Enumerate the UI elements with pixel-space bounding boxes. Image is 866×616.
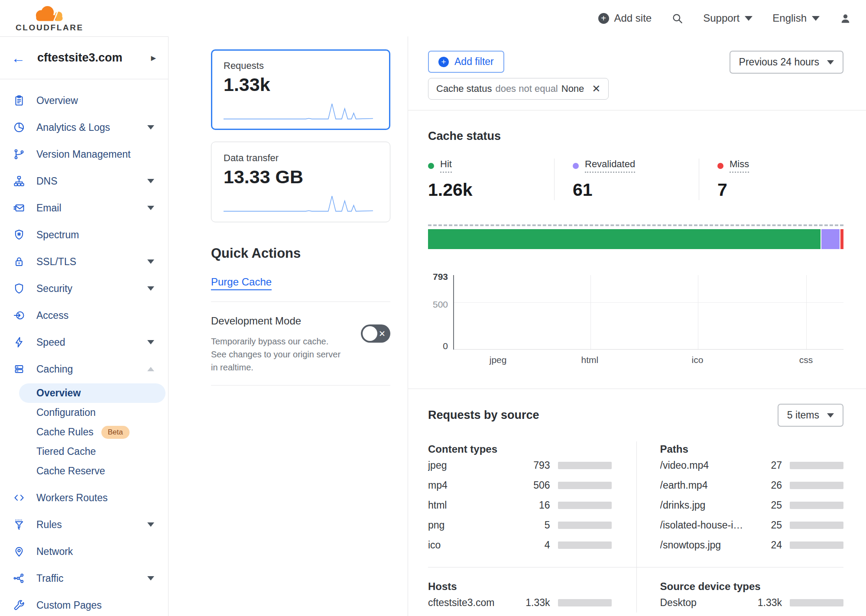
sidebar-item-label: SSL/TLS — [36, 256, 136, 268]
sidebar-item-traffic[interactable]: Traffic — [0, 565, 168, 592]
row-value: 506 — [516, 480, 550, 491]
search-icon[interactable] — [671, 13, 683, 24]
sidebar-subitem-tiered-cache[interactable]: Tiered Cache — [19, 442, 165, 461]
data-transfer-sparkline — [224, 193, 373, 214]
row-value: 1.33k — [747, 597, 782, 609]
hit-dot-icon — [428, 163, 434, 169]
sidebar-subitem-cache-reserve[interactable]: Cache Reserve — [19, 461, 165, 481]
analytics-panel: + Add filter Cache status does not equal… — [408, 36, 866, 616]
row-bar — [558, 502, 612, 509]
chart-gridline — [806, 275, 807, 350]
requests-value: 1.33k — [224, 74, 378, 95]
sidebar-item-security[interactable]: Security — [0, 275, 168, 302]
paths-title: Paths — [660, 443, 844, 455]
row-value: 16 — [516, 499, 550, 511]
subitem-label: Overview — [36, 387, 81, 399]
sidebar-item-speed[interactable]: Speed — [0, 329, 168, 356]
cache-status-filter-chip[interactable]: Cache status does not equal None ✕ — [428, 78, 609, 100]
sidebar-item-caching[interactable]: Caching — [0, 356, 168, 383]
sidebar-item-label: Security — [36, 283, 136, 295]
row-label: cftestsite3.com — [428, 597, 516, 609]
dashed-reference-line — [428, 224, 843, 226]
development-mode-section: Development Mode Temporarily bypass our … — [211, 315, 390, 374]
content-types-title: Content types — [428, 443, 612, 455]
source-device-types-title: Source device types — [660, 580, 844, 593]
sidebar-item-label: Traffic — [36, 573, 136, 584]
clipboard-icon — [13, 94, 25, 107]
add-site-label: Add site — [614, 12, 652, 24]
paths-table: Paths /video.mp4 27 /earth.mp4 26 /drink… — [636, 443, 844, 555]
cloudflare-logo[interactable]: CLOUDFLARE — [10, 4, 84, 32]
sidebar-item-rules[interactable]: Rules — [0, 511, 168, 538]
sidebar-item-overview[interactable]: Overview — [0, 87, 168, 114]
sidebar-item-email[interactable]: Email — [0, 195, 168, 221]
row-value: 25 — [747, 519, 782, 531]
sidebar-item-ssl-tls[interactable]: SSL/TLS — [0, 248, 168, 275]
row-label: /video.mp4 — [660, 460, 748, 471]
metric-label: Requests — [224, 60, 378, 71]
requests-by-source-title: Requests by source — [428, 409, 539, 422]
data-transfer-metric-card[interactable]: Data transfer 13.33 GB — [211, 142, 390, 222]
language-menu[interactable]: English — [772, 12, 820, 24]
sidebar-subitem-cache-rules[interactable]: Cache Rules Beta — [19, 422, 165, 442]
time-range-select[interactable]: Previous 24 hours — [730, 51, 843, 74]
row-label: Desktop — [660, 597, 748, 609]
sidebar-item-label: Spectrum — [36, 229, 154, 241]
table-row: ico 4 — [428, 535, 612, 555]
row-label: html — [428, 499, 516, 511]
sidebar-item-network[interactable]: Network — [0, 538, 168, 565]
add-filter-label: Add filter — [454, 56, 494, 68]
site-header: ← cftestsite3.com ▶ — [0, 37, 168, 79]
chevron-up-icon — [147, 367, 154, 371]
back-arrow-icon[interactable]: ← — [11, 51, 25, 65]
sidebar: ← cftestsite3.com ▶ Overview Analytics &… — [0, 36, 169, 616]
sidebar-item-workers-routes[interactable]: Workers Routes — [0, 484, 168, 511]
filter-value: None — [561, 83, 584, 94]
sidebar-item-dns[interactable]: DNS — [0, 168, 168, 195]
dev-mode-description: Temporarily bypass our cache. See change… — [211, 335, 345, 374]
sidebar-item-label: Workers Routes — [36, 492, 154, 504]
sidebar-item-label: Custom Pages — [36, 600, 154, 611]
add-filter-button[interactable]: + Add filter — [428, 51, 504, 73]
row-label: /snowtops.jpg — [660, 539, 748, 551]
row-value: 5 — [516, 519, 550, 531]
chevron-down-icon — [147, 340, 154, 344]
sidebar-item-label: Access — [36, 310, 154, 321]
revalidated-value: 61 — [573, 180, 699, 200]
summary-column: Requests 1.33k Data transfer 13.33 GB Qu… — [169, 36, 408, 616]
sidebar-item-custom-pages[interactable]: Custom Pages — [0, 592, 168, 616]
cache-status-title: Cache status — [428, 130, 843, 143]
sidebar-subitem-configuration[interactable]: Configuration — [19, 403, 165, 422]
sidebar-item-access[interactable]: Access — [0, 302, 168, 329]
sidebar-item-version-management[interactable]: Version Management — [0, 141, 168, 168]
row-value: 793 — [516, 460, 550, 471]
purge-cache-link[interactable]: Purge Cache — [211, 276, 272, 290]
analytics-icon — [13, 121, 25, 133]
revalidated-segment — [821, 229, 840, 249]
dev-mode-toggle[interactable]: ✕ — [361, 324, 390, 343]
miss-label[interactable]: Miss — [730, 159, 749, 173]
dns-icon — [13, 175, 25, 187]
items-count-select[interactable]: 5 items — [778, 404, 843, 427]
sidebar-item-analytics-logs[interactable]: Analytics & Logs — [0, 114, 168, 141]
chevron-right-icon[interactable]: ▶ — [151, 54, 156, 62]
remove-filter-icon[interactable]: ✕ — [592, 83, 600, 95]
sidebar-subitem-caching-overview[interactable]: Overview — [19, 383, 165, 403]
hosts-title: Hosts — [428, 580, 612, 593]
revalidated-label[interactable]: Revalidated — [585, 159, 635, 173]
chevron-down-icon — [147, 259, 154, 264]
hit-label[interactable]: Hit — [440, 159, 452, 173]
code-icon — [13, 492, 25, 504]
support-menu[interactable]: Support — [703, 12, 752, 24]
hit-value: 1.26k — [428, 180, 554, 200]
divider — [428, 567, 843, 567]
sidebar-item-spectrum[interactable]: Spectrum — [0, 221, 168, 248]
requests-metric-card[interactable]: Requests 1.33k — [211, 49, 390, 130]
filter-operator: does not equal — [495, 83, 558, 94]
miss-segment — [840, 229, 843, 249]
row-bar — [558, 462, 612, 469]
chart-gridline — [590, 275, 591, 350]
user-account-icon[interactable] — [840, 13, 851, 24]
add-site-button[interactable]: + Add site — [598, 12, 652, 24]
source-device-types-table: Source device types Desktop 1.33k — [636, 580, 844, 613]
